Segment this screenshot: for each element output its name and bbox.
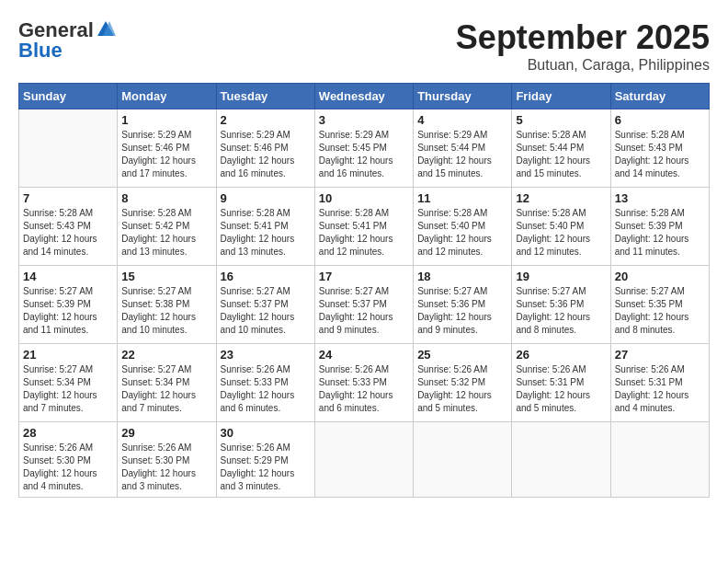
logo: General Blue [18, 18, 116, 63]
day-number: 19 [516, 270, 606, 283]
day-info: Sunrise: 5:27 AM Sunset: 5:36 PM Dayligh… [516, 285, 606, 337]
day-number: 26 [516, 348, 606, 362]
day-info: Sunrise: 5:27 AM Sunset: 5:34 PM Dayligh… [121, 363, 211, 415]
day-info: Sunrise: 5:27 AM Sunset: 5:36 PM Dayligh… [417, 285, 507, 337]
title-area: September 2025 Butuan, Caraga, Philippin… [456, 18, 710, 74]
calendar-cell: 20Sunrise: 5:27 AM Sunset: 5:35 PM Dayli… [610, 266, 709, 344]
day-number: 1 [121, 113, 211, 127]
calendar-cell: 24Sunrise: 5:26 AM Sunset: 5:33 PM Dayli… [314, 344, 413, 422]
calendar-cell: 23Sunrise: 5:26 AM Sunset: 5:33 PM Dayli… [216, 344, 314, 422]
day-number: 12 [516, 191, 606, 205]
calendar-cell: 22Sunrise: 5:27 AM Sunset: 5:34 PM Dayli… [118, 344, 216, 422]
day-info: Sunrise: 5:26 AM Sunset: 5:30 PM Dayligh… [121, 442, 211, 493]
day-info: Sunrise: 5:26 AM Sunset: 5:33 PM Dayligh… [221, 363, 311, 415]
calendar-cell: 9Sunrise: 5:28 AM Sunset: 5:41 PM Daylig… [216, 188, 314, 266]
week-row-2: 7Sunrise: 5:28 AM Sunset: 5:43 PM Daylig… [19, 188, 710, 266]
calendar-cell: 1Sunrise: 5:29 AM Sunset: 5:46 PM Daylig… [118, 109, 216, 188]
day-number: 28 [23, 426, 113, 440]
calendar-cell: 15Sunrise: 5:27 AM Sunset: 5:38 PM Dayli… [118, 266, 216, 344]
calendar-cell: 6Sunrise: 5:28 AM Sunset: 5:43 PM Daylig… [610, 109, 709, 188]
weekday-header-wednesday: Wednesday [314, 84, 413, 109]
calendar-cell: 10Sunrise: 5:28 AM Sunset: 5:41 PM Dayli… [314, 188, 413, 266]
weekday-header-sunday: Sunday [19, 84, 118, 109]
day-info: Sunrise: 5:28 AM Sunset: 5:41 PM Dayligh… [221, 207, 311, 259]
week-row-1: 1Sunrise: 5:29 AM Sunset: 5:46 PM Daylig… [19, 109, 710, 188]
calendar-cell: 7Sunrise: 5:28 AM Sunset: 5:43 PM Daylig… [19, 188, 118, 266]
calendar-cell: 21Sunrise: 5:27 AM Sunset: 5:34 PM Dayli… [19, 344, 118, 422]
day-info: Sunrise: 5:29 AM Sunset: 5:46 PM Dayligh… [221, 129, 311, 180]
day-number: 8 [121, 191, 211, 205]
calendar-cell [314, 422, 413, 498]
calendar-cell: 25Sunrise: 5:26 AM Sunset: 5:32 PM Dayli… [414, 344, 512, 422]
week-row-3: 14Sunrise: 5:27 AM Sunset: 5:39 PM Dayli… [19, 266, 710, 344]
logo-blue: Blue [18, 39, 63, 63]
day-info: Sunrise: 5:26 AM Sunset: 5:32 PM Dayligh… [417, 363, 507, 415]
day-number: 20 [615, 270, 705, 283]
day-info: Sunrise: 5:29 AM Sunset: 5:44 PM Dayligh… [417, 129, 507, 180]
day-info: Sunrise: 5:27 AM Sunset: 5:37 PM Dayligh… [221, 285, 311, 337]
day-info: Sunrise: 5:26 AM Sunset: 5:31 PM Dayligh… [615, 363, 705, 415]
calendar-cell: 28Sunrise: 5:26 AM Sunset: 5:30 PM Dayli… [19, 422, 118, 498]
day-info: Sunrise: 5:26 AM Sunset: 5:29 PM Dayligh… [221, 442, 311, 493]
day-info: Sunrise: 5:26 AM Sunset: 5:33 PM Dayligh… [319, 363, 409, 415]
day-number: 4 [417, 113, 507, 127]
day-info: Sunrise: 5:27 AM Sunset: 5:34 PM Dayligh… [23, 363, 113, 415]
day-number: 24 [319, 348, 409, 362]
day-number: 11 [417, 191, 507, 205]
day-info: Sunrise: 5:28 AM Sunset: 5:41 PM Dayligh… [319, 207, 409, 259]
weekday-header-monday: Monday [118, 84, 216, 109]
weekday-header-tuesday: Tuesday [216, 84, 314, 109]
calendar-cell: 19Sunrise: 5:27 AM Sunset: 5:36 PM Dayli… [512, 266, 610, 344]
day-number: 30 [221, 426, 311, 440]
header: General Blue September 2025 Butuan, Cara… [18, 18, 710, 74]
weekday-header-thursday: Thursday [414, 84, 512, 109]
calendar-cell: 2Sunrise: 5:29 AM Sunset: 5:46 PM Daylig… [216, 109, 314, 188]
calendar: SundayMondayTuesdayWednesdayThursdayFrid… [18, 83, 710, 498]
day-number: 25 [417, 348, 507, 362]
day-number: 16 [221, 270, 311, 283]
day-info: Sunrise: 5:28 AM Sunset: 5:43 PM Dayligh… [23, 207, 113, 259]
calendar-cell: 26Sunrise: 5:26 AM Sunset: 5:31 PM Dayli… [512, 344, 610, 422]
day-number: 29 [121, 426, 211, 440]
day-info: Sunrise: 5:28 AM Sunset: 5:39 PM Dayligh… [615, 207, 705, 259]
day-info: Sunrise: 5:28 AM Sunset: 5:44 PM Dayligh… [516, 129, 606, 180]
calendar-cell: 30Sunrise: 5:26 AM Sunset: 5:29 PM Dayli… [216, 422, 314, 498]
location: Butuan, Caraga, Philippines [456, 57, 710, 74]
calendar-cell [19, 109, 118, 188]
calendar-cell [414, 422, 512, 498]
calendar-cell: 16Sunrise: 5:27 AM Sunset: 5:37 PM Dayli… [216, 266, 314, 344]
calendar-cell: 5Sunrise: 5:28 AM Sunset: 5:44 PM Daylig… [512, 109, 610, 188]
day-number: 15 [121, 270, 211, 283]
calendar-cell: 8Sunrise: 5:28 AM Sunset: 5:42 PM Daylig… [118, 188, 216, 266]
calendar-cell: 3Sunrise: 5:29 AM Sunset: 5:45 PM Daylig… [314, 109, 413, 188]
day-info: Sunrise: 5:27 AM Sunset: 5:37 PM Dayligh… [319, 285, 409, 337]
calendar-cell [512, 422, 610, 498]
day-number: 13 [615, 191, 705, 205]
day-info: Sunrise: 5:27 AM Sunset: 5:35 PM Dayligh… [615, 285, 705, 337]
day-number: 22 [121, 348, 211, 362]
day-info: Sunrise: 5:28 AM Sunset: 5:40 PM Dayligh… [516, 207, 606, 259]
day-number: 21 [23, 348, 113, 362]
logo-icon [96, 19, 116, 40]
calendar-cell [610, 422, 709, 498]
day-info: Sunrise: 5:28 AM Sunset: 5:42 PM Dayligh… [121, 207, 211, 259]
calendar-cell: 4Sunrise: 5:29 AM Sunset: 5:44 PM Daylig… [414, 109, 512, 188]
day-info: Sunrise: 5:27 AM Sunset: 5:39 PM Dayligh… [23, 285, 113, 337]
day-number: 27 [615, 348, 705, 362]
day-info: Sunrise: 5:29 AM Sunset: 5:46 PM Dayligh… [121, 129, 211, 180]
day-number: 17 [319, 270, 409, 283]
calendar-cell: 27Sunrise: 5:26 AM Sunset: 5:31 PM Dayli… [610, 344, 709, 422]
month-title: September 2025 [456, 18, 710, 57]
day-number: 6 [615, 113, 705, 127]
weekday-header-friday: Friday [512, 84, 610, 109]
day-number: 3 [319, 113, 409, 127]
day-info: Sunrise: 5:28 AM Sunset: 5:43 PM Dayligh… [615, 129, 705, 180]
calendar-cell: 12Sunrise: 5:28 AM Sunset: 5:40 PM Dayli… [512, 188, 610, 266]
day-info: Sunrise: 5:29 AM Sunset: 5:45 PM Dayligh… [319, 129, 409, 180]
day-info: Sunrise: 5:27 AM Sunset: 5:38 PM Dayligh… [121, 285, 211, 337]
week-row-4: 21Sunrise: 5:27 AM Sunset: 5:34 PM Dayli… [19, 344, 710, 422]
week-row-5: 28Sunrise: 5:26 AM Sunset: 5:30 PM Dayli… [19, 422, 710, 498]
calendar-cell: 11Sunrise: 5:28 AM Sunset: 5:40 PM Dayli… [414, 188, 512, 266]
weekday-header-saturday: Saturday [610, 84, 709, 109]
day-number: 2 [221, 113, 311, 127]
